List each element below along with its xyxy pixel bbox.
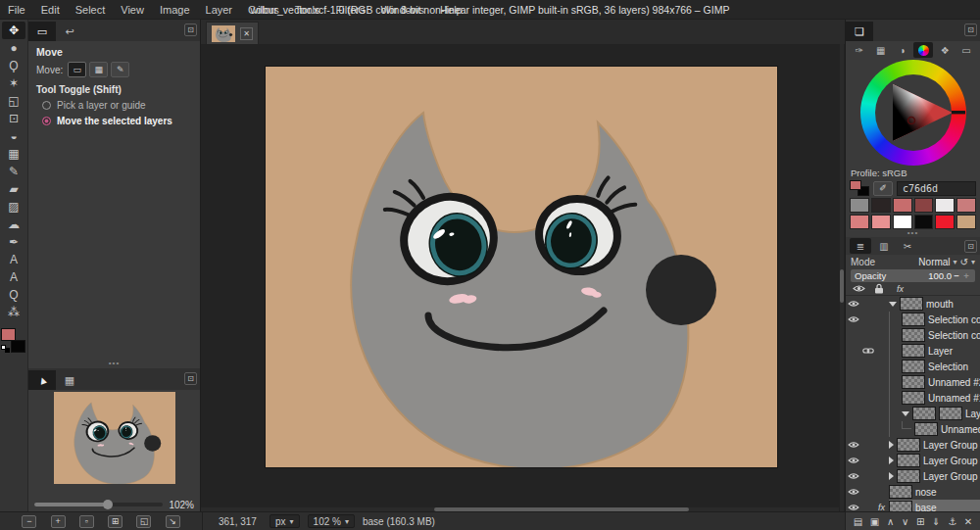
palette-swatch[interactable] (914, 198, 934, 213)
palette-swatch[interactable] (893, 215, 912, 229)
palette-swatch[interactable] (956, 198, 976, 213)
layer-thumbnail[interactable] (889, 501, 912, 511)
layer-effects-icon[interactable]: fx (874, 503, 889, 511)
hex-color-input[interactable]: c76d6d (897, 181, 976, 196)
layer-row[interactable]: Layer Gr (846, 406, 980, 421)
raise-layer-button[interactable]: ∧ (887, 516, 894, 527)
layer-row[interactable]: Layer Group #7 (846, 468, 980, 484)
menu-file[interactable]: File (0, 0, 33, 20)
lower-layer-button[interactable]: ∨ (902, 516, 908, 527)
paintbrush-tool[interactable]: ✎ (2, 163, 25, 180)
navigator-menu-button[interactable]: ⊡ (184, 372, 197, 385)
opacity-increase-button[interactable]: + (961, 270, 971, 281)
zoom-tool[interactable]: Q (2, 286, 25, 304)
new-group-button[interactable]: ▣ (870, 516, 879, 527)
navigator-zoom-slider[interactable] (34, 503, 163, 506)
opacity-slider[interactable]: Opacity 100.0 −+ (851, 269, 975, 282)
layer-entry[interactable]: mouth (889, 296, 980, 312)
mode-value[interactable]: Normal (918, 257, 950, 267)
expander-right-icon[interactable] (889, 441, 894, 449)
palettes-tab[interactable]: ❖ (935, 42, 955, 58)
visibility-toggle[interactable] (846, 441, 861, 449)
menu-windows[interactable]: Windows (372, 0, 432, 20)
visibility-toggle[interactable] (846, 300, 861, 308)
background-color-swatch[interactable] (11, 340, 25, 353)
palette-swatch[interactable] (935, 215, 955, 229)
crop-tool[interactable]: ◱ (2, 92, 25, 110)
fg-bg-mini-swatch[interactable] (850, 180, 869, 196)
layer-thumbnail[interactable] (902, 313, 925, 326)
clone-tool[interactable]: ▨ (2, 198, 25, 216)
ellipse-select-tool[interactable]: ● (2, 39, 25, 57)
layer-thumbnail[interactable] (900, 297, 923, 311)
chain-icon[interactable] (861, 346, 874, 356)
zoom-fit-image-button[interactable]: ⊞ (108, 515, 122, 528)
layer-row[interactable]: Selection copy (846, 327, 980, 343)
palette-swatch[interactable] (850, 198, 869, 213)
move-selection-button[interactable]: ▦ (89, 62, 108, 77)
images-tab[interactable]: ▭ (956, 42, 976, 58)
zoom-in-button[interactable]: + (51, 515, 66, 528)
eraser-tool[interactable]: ▰ (2, 180, 25, 198)
gradient-tool[interactable]: ▦ (2, 145, 25, 163)
layer-thumbnail[interactable] (902, 344, 925, 358)
merge-down-button[interactable]: ⇓ (932, 516, 940, 527)
zoom-slider-handle[interactable] (103, 500, 113, 509)
text-tool[interactable]: A (2, 251, 25, 268)
layer-row[interactable]: Unnamed #19 (846, 390, 980, 406)
menu-select[interactable]: Select (68, 0, 114, 20)
palette-swatch[interactable] (871, 198, 891, 213)
delete-layer-button[interactable]: ✕ (964, 516, 972, 527)
edit-color-button[interactable]: ✐ (873, 181, 893, 196)
layer-row[interactable]: fxbase (846, 500, 980, 511)
duplicate-layer-button[interactable]: ⊞ (916, 516, 924, 527)
layer-thumbnail[interactable] (939, 407, 962, 420)
layer-entry[interactable]: Selection copy (889, 312, 980, 327)
zoom-100-button[interactable]: ▫ (79, 515, 94, 528)
shrink-wrap-button[interactable]: ↘ (166, 515, 180, 528)
expander-down-icon[interactable] (902, 411, 909, 416)
color-wheel[interactable] (860, 60, 966, 166)
tab-navigation[interactable]: ▲ (28, 370, 56, 390)
vertical-scrollbar[interactable] (840, 44, 844, 511)
layer-thumbnail[interactable] (914, 422, 938, 436)
menu-colors[interactable]: Colors (240, 0, 287, 20)
layer-entry[interactable]: base (889, 500, 980, 511)
layer-thumbnail[interactable] (897, 438, 920, 452)
layer-thumbnail[interactable] (912, 407, 936, 420)
smudge-tool[interactable]: ☁ (2, 216, 25, 233)
canvas-viewport[interactable] (201, 44, 845, 511)
layer-row[interactable]: Unnamed # (846, 421, 980, 437)
layer-row[interactable]: Layer Group #6 (846, 437, 980, 453)
layer-row[interactable]: mouth (846, 296, 980, 312)
toggle-option-1[interactable]: Move the selected layers (36, 116, 192, 126)
layer-entry[interactable]: Selection copy (889, 327, 980, 343)
layer-entry[interactable]: Unnamed #2 (889, 374, 980, 390)
menu-image[interactable]: Image (152, 0, 198, 20)
layer-entry[interactable]: Layer Group #1 (889, 453, 980, 468)
free-select-tool[interactable]: Ϙ (2, 57, 25, 74)
menu-layer[interactable]: Layer (198, 0, 241, 20)
expander-down-icon[interactable] (889, 302, 897, 307)
layer-row[interactable]: Layer (846, 343, 980, 359)
zoom-fit-window-button[interactable]: ◱ (136, 515, 151, 528)
measure-tool[interactable]: ⁂ (2, 304, 25, 321)
layer-entry[interactable]: Unnamed #19 (889, 390, 980, 406)
canvas-image[interactable] (266, 67, 777, 467)
unit-select[interactable]: px▾ (270, 514, 300, 528)
close-icon[interactable]: ✕ (240, 27, 253, 40)
palette-swatch[interactable] (914, 215, 934, 229)
layers-tab[interactable]: ≣ (850, 238, 871, 254)
chevron-down-icon[interactable]: ▾ (971, 258, 975, 266)
layer-thumbnail[interactable] (889, 485, 912, 499)
menu-view[interactable]: View (113, 0, 152, 20)
visibility-toggle[interactable] (846, 457, 861, 464)
tab-undo-history[interactable]: ↩ (56, 22, 83, 41)
palette-swatch[interactable] (871, 215, 891, 229)
opacity-decrease-button[interactable]: − (952, 270, 961, 281)
layer-entry[interactable]: Layer (889, 343, 980, 359)
layer-thumbnail[interactable] (902, 360, 925, 373)
menu-edit[interactable]: Edit (33, 0, 68, 20)
transform-tool[interactable]: ⊡ (2, 110, 25, 127)
color-dock-menu-button[interactable]: ⊡ (964, 24, 977, 36)
